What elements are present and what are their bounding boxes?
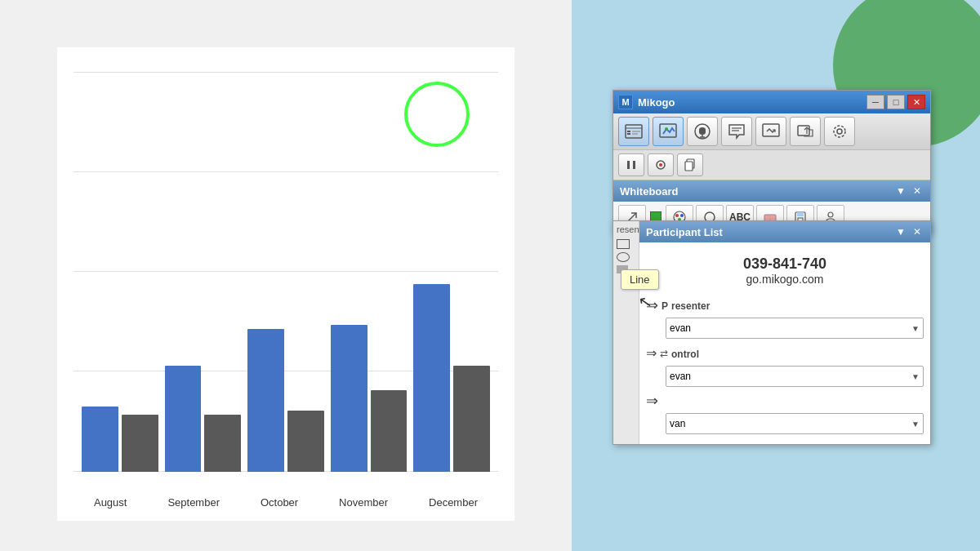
- tooltip-line: Line: [621, 269, 659, 290]
- x-label-november: November: [339, 496, 388, 509]
- control-value: evan: [670, 371, 691, 382]
- bar-group-august: [82, 407, 158, 472]
- bar-gray: [122, 415, 158, 472]
- pause-button[interactable]: [618, 153, 644, 176]
- title-bar-controls: ─ □ ✕: [866, 95, 925, 109]
- row3-dropdown[interactable]: van ▼: [666, 413, 924, 434]
- row3-dropdown-arrow: ▼: [911, 420, 920, 429]
- shape-rect: [617, 239, 635, 249]
- whiteboard-close-button[interactable]: ✕: [911, 184, 924, 198]
- whiteboard-title: Whiteboard: [620, 185, 679, 198]
- audio-tool-button[interactable]: [687, 117, 718, 146]
- x-label-august: August: [94, 496, 127, 509]
- bar-gray: [371, 390, 408, 472]
- participant-collapse-button[interactable]: ▼: [894, 225, 907, 238]
- settings-tool-button[interactable]: [824, 117, 855, 146]
- participants-tool-button[interactable]: [618, 117, 649, 146]
- tooltip-text: Line: [630, 273, 650, 286]
- x-label-september: September: [167, 496, 220, 509]
- presenter-label: P: [662, 300, 668, 312]
- participant-close-button[interactable]: ✕: [911, 225, 924, 238]
- presenter-dropdown-row: evan ▼: [646, 318, 924, 339]
- arrow-right-row3-icon: ⇒: [646, 392, 658, 410]
- svg-point-27: [680, 214, 684, 217]
- restore-button[interactable]: □: [887, 95, 905, 109]
- bar-blue: [82, 407, 118, 472]
- secondary-toolbar: [613, 150, 930, 180]
- whiteboard-section-header: Whiteboard ▼ ✕: [613, 180, 930, 202]
- transfer-tool-button[interactable]: [790, 117, 821, 146]
- svg-rect-33: [797, 212, 804, 216]
- svg-point-17: [834, 126, 845, 137]
- mikogo-app-icon: M: [618, 95, 633, 109]
- bar-gray: [287, 411, 324, 472]
- svg-rect-2: [627, 131, 630, 132]
- arrow-right-control-icon: ⇒: [646, 345, 657, 361]
- x-label-october: October: [261, 496, 298, 509]
- bar-gray: [453, 366, 490, 472]
- bars-container: [74, 72, 498, 472]
- svg-rect-14: [798, 126, 809, 136]
- svg-point-7: [665, 127, 668, 131]
- svg-point-26: [675, 214, 679, 217]
- svg-rect-19: [633, 161, 635, 169]
- bar-gray: [204, 415, 241, 472]
- svg-point-35: [828, 212, 833, 217]
- chart-area: August September October November Decemb…: [0, 0, 572, 551]
- control-label: ontrol: [671, 349, 699, 360]
- participant-list-title: Participant List: [646, 226, 723, 238]
- participant-section-controls: ▼ ✕: [894, 225, 924, 238]
- bar-group-november: [331, 325, 408, 472]
- minimize-button[interactable]: ─: [866, 95, 884, 109]
- control-dropdown-arrow: ▼: [911, 372, 920, 381]
- right-panel: M Mikogo ─ □ ✕: [572, 0, 980, 551]
- control-section: ⇒ ⇄ ontrol: [646, 344, 924, 362]
- phone-number: 039-841-740: [646, 256, 924, 273]
- row3-value: van: [670, 418, 685, 429]
- chat-tool-button[interactable]: [721, 117, 752, 146]
- x-label-december: December: [429, 496, 478, 509]
- presenter-value: evan: [670, 322, 691, 334]
- copy-button[interactable]: [677, 153, 703, 176]
- participant-body: 039-841-740 go.mikogo.com ⇒ P resenter e…: [639, 242, 930, 444]
- presenter-dropdown-arrow: ▼: [911, 324, 920, 333]
- participant-list-header: Participant List ▼ ✕: [639, 221, 930, 242]
- presenter-dropdown[interactable]: evan ▼: [666, 318, 924, 339]
- shape-oval: [617, 252, 635, 262]
- bar-blue: [247, 329, 284, 472]
- left-tools-column: resenter: [613, 221, 639, 444]
- close-button[interactable]: ✕: [907, 95, 925, 109]
- bar-group-december: [413, 284, 490, 472]
- screen-tool-button[interactable]: [755, 117, 786, 146]
- presenter-label-full: resenter: [671, 300, 710, 312]
- whiteboard-section-controls: ▼ ✕: [894, 184, 924, 198]
- svg-rect-3: [627, 133, 630, 135]
- window-title: Mikogo: [638, 96, 675, 109]
- svg-point-16: [837, 129, 842, 134]
- mikogo-window: M Mikogo ─ □ ✕: [612, 90, 931, 234]
- presenter-section: ⇒ P resenter: [646, 295, 924, 314]
- row3-section: ⇒: [646, 392, 924, 410]
- svg-rect-4: [632, 131, 640, 132]
- title-bar-left: M Mikogo: [618, 95, 675, 109]
- title-bar: M Mikogo ─ □ ✕: [613, 91, 930, 113]
- main-toolbar: [613, 113, 930, 150]
- svg-rect-5: [632, 133, 638, 135]
- phone-url: go.mikogo.com: [646, 273, 924, 286]
- svg-rect-23: [685, 162, 693, 171]
- row3-dropdown-row: van ▼: [646, 413, 924, 434]
- svg-rect-18: [627, 161, 630, 169]
- control-dropdown-row: evan ▼: [646, 366, 924, 387]
- whiteboard-collapse-button[interactable]: ▼: [894, 184, 907, 198]
- chart-container: August September October November Decemb…: [57, 47, 514, 521]
- whiteboard-tool-button[interactable]: [653, 117, 684, 146]
- participant-content: resenter Participant List ▼ ✕: [613, 221, 930, 444]
- bar-blue: [331, 325, 368, 472]
- phone-info: 039-841-740 go.mikogo.com: [646, 249, 924, 292]
- bar-blue: [413, 284, 450, 472]
- control-icon: ⇄: [660, 348, 668, 359]
- bar-group-september: [165, 366, 242, 472]
- bar-blue: [165, 366, 202, 472]
- record-button[interactable]: [648, 153, 674, 176]
- control-dropdown[interactable]: evan ▼: [666, 366, 924, 387]
